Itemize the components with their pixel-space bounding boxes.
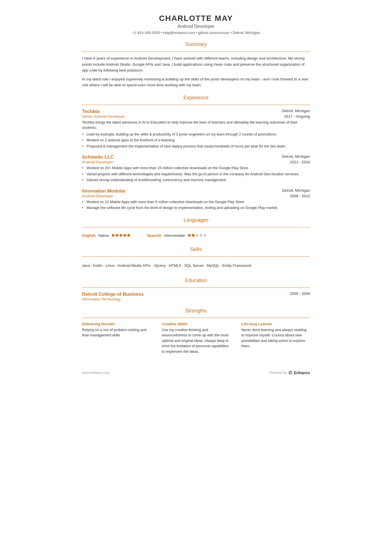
summary-title: Summary	[82, 41, 310, 49]
dot	[116, 234, 118, 237]
exp-location-2: Detroit, Michigan	[282, 154, 310, 159]
edu-school-1: Detroit College of Business	[82, 292, 144, 297]
candidate-contact: +1-914-345-5530 • help@enhancv.com • git…	[82, 31, 310, 35]
bullet-item: Varied projects with different technolog…	[82, 171, 310, 177]
skills-section: Skills Java · Kotlin · Linux · Android M…	[82, 246, 310, 271]
strength-desc-1: Relying on a mix of problem-solving and …	[82, 327, 151, 338]
exp-bullets-1: Lead by example, building up the skills …	[82, 132, 310, 149]
enhancv-brand: Enhancv	[294, 371, 310, 375]
lang-name-spanish: Spanish	[147, 233, 162, 238]
languages-title: Languages	[82, 217, 310, 225]
languages-divider	[82, 227, 310, 227]
strength-desc-2: Use my creative thinking and resourceful…	[162, 327, 230, 354]
exp-company-2: Schmeler LLC	[82, 154, 114, 160]
lang-dots-english	[112, 234, 130, 237]
education-title: Education	[82, 278, 310, 285]
exp-bullets-2: Worked on 20+ Mobile Apps with more than…	[82, 165, 310, 183]
strength-delivering: Delivering Results Relying on a mix of p…	[82, 322, 151, 354]
strength-desc-3: Never done learning and always seeking t…	[241, 327, 310, 349]
education-divider	[82, 287, 310, 288]
dot	[127, 234, 130, 237]
edu-dates-1: 2005 - 2009	[290, 292, 310, 296]
languages-row: English Native Spanish Intermediate	[82, 231, 310, 240]
bullet-item: Gained strong understanding of multithre…	[82, 177, 310, 183]
experience-title: Experience	[82, 95, 310, 102]
summary-para-1: I have 6 years of experience in Android …	[82, 55, 310, 73]
dot	[204, 234, 206, 237]
exp-location-3: Detroit, Michigan	[282, 188, 310, 193]
bullet-item: Worked on 2 android apps at the forefron…	[82, 137, 310, 143]
strength-title-3: Life-long Learner	[241, 322, 310, 326]
exp-role-1: Senior Android Developer	[82, 114, 125, 119]
strength-title-1: Delivering Results	[82, 322, 151, 326]
exp-dates-1: 2017 - Ongoing	[284, 114, 310, 119]
edu-field-1: Information Technology	[82, 297, 310, 301]
exp-company-3: Innovation Modular	[82, 188, 126, 194]
bullet-item: Manage the software life cycle from the …	[82, 205, 310, 211]
experience-divider	[82, 105, 310, 105]
exp-entry-innovation: Innovation Modular Detroit, Michigan And…	[82, 188, 310, 211]
skills-divider	[82, 256, 310, 256]
dot	[196, 234, 199, 237]
strengths-divider	[82, 318, 310, 318]
languages-section: Languages English Native Spanish Interme…	[82, 217, 310, 240]
summary-section: Summary I have 6 years of experience in …	[82, 41, 310, 88]
edu-entry-1: Detroit College of Business 2005 - 2009 …	[82, 292, 310, 301]
exp-desc-1: Techiba brings the latest advances in AI…	[82, 120, 310, 130]
strengths-row: Delivering Results Relying on a mix of p…	[82, 322, 310, 354]
powered-by-text: Powered by	[269, 371, 287, 375]
bullet-item: Worked on 13 Mobile Apps with more than …	[82, 199, 310, 205]
bullet-item: Worked on 20+ Mobile Apps with more than…	[82, 165, 310, 171]
footer-url: www.enhancv.com	[82, 371, 110, 375]
strength-creative: Creative Skills Use my creative thinking…	[162, 322, 230, 354]
exp-role-3: Android Developer	[82, 194, 113, 198]
dot	[192, 234, 195, 237]
lang-dots-spanish	[188, 234, 206, 237]
exp-bullets-3: Worked on 13 Mobile Apps with more than …	[82, 199, 310, 211]
dot	[112, 234, 115, 237]
exp-entry-schmeler: Schmeler LLC Detroit, Michigan Android D…	[82, 154, 310, 183]
education-section: Education Detroit College of Business 20…	[82, 278, 310, 301]
dot	[200, 234, 202, 237]
lang-name-english: English	[82, 233, 96, 238]
footer: www.enhancv.com Powered by ⧉ Enhancv	[82, 365, 310, 376]
skills-text: Java · Kotlin · Linux · Android Media AP…	[82, 260, 310, 271]
exp-dates-3: 2009 - 2012	[290, 194, 310, 198]
lang-spanish: Spanish Intermediate	[147, 233, 206, 238]
skills-title: Skills	[82, 246, 310, 254]
bullet-item: Proposed & management the implementation…	[82, 144, 310, 149]
strength-title-2: Creative Skills	[162, 322, 230, 326]
dot	[188, 234, 191, 237]
strength-lifelong: Life-long Learner Never done learning an…	[241, 322, 310, 354]
exp-dates-2: 2012 - 2016	[290, 160, 310, 164]
lang-level-spanish: Intermediate	[164, 233, 185, 238]
summary-divider	[82, 51, 310, 51]
candidate-name: CHARLOTTE MAY	[82, 14, 310, 23]
dot	[123, 234, 126, 237]
exp-entry-techbia: Techbia Detroit, Michigan Senior Android…	[82, 109, 310, 149]
lang-english: English Native	[82, 233, 130, 238]
footer-powered: Powered by ⧉ Enhancv	[269, 370, 310, 376]
dot	[120, 234, 122, 237]
lang-level-english: Native	[98, 233, 109, 238]
summary-para-2: In my latest role I enjoyed supremely me…	[82, 76, 310, 88]
bullet-item: Lead by example, building up the skills …	[82, 132, 310, 137]
exp-company-1: Techbia	[82, 109, 100, 114]
exp-role-2: Android Developer	[82, 160, 113, 164]
experience-section: Experience Techbia Detroit, Michigan Sen…	[82, 95, 310, 211]
strengths-section: Strengths Delivering Results Relying on …	[82, 308, 310, 354]
strengths-title: Strengths	[82, 308, 310, 315]
enhancv-logo-icon: ⧉	[289, 370, 292, 376]
exp-location-1: Detroit, Michigan	[282, 109, 310, 113]
candidate-title: Android Developer	[82, 24, 310, 29]
header: CHARLOTTE MAY Android Developer +1-914-3…	[82, 14, 310, 35]
